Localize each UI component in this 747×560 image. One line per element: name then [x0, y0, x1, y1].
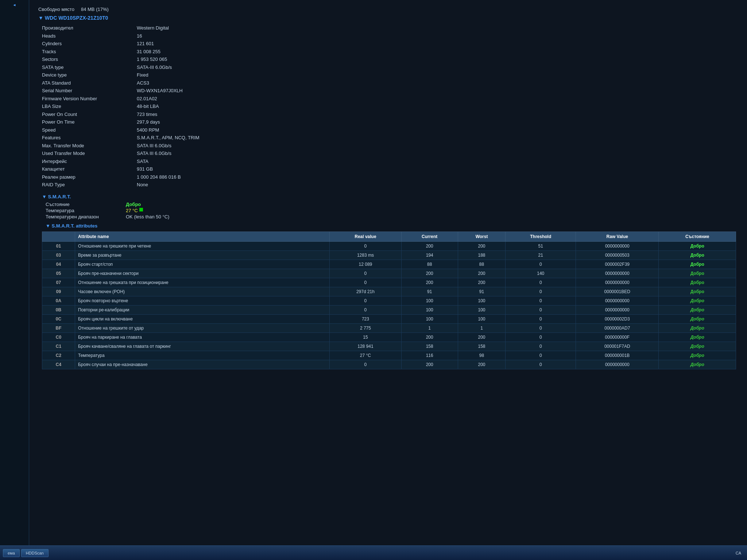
table-row: 04Брояч старт/стоп12 089888800000002F39Д…: [42, 260, 736, 269]
left-sidebar: ◄: [0, 0, 29, 560]
info-value-manufacturer: Western Digital: [137, 24, 169, 32]
td-real-value: 0: [330, 278, 401, 287]
smart-attrs-table: Attribute name Real value Current Worst …: [42, 232, 736, 369]
td-current: 88: [401, 260, 458, 269]
td-attr-name: Брояч на паркиране на главата: [75, 332, 329, 342]
table-row: 07Отношение на грешката при позициониран…: [42, 278, 736, 287]
td-id: C0: [42, 332, 75, 342]
info-label-real-size: Реален размер: [42, 174, 137, 181]
th-threshold: Threshold: [506, 232, 576, 241]
td-threshold: 0: [506, 278, 576, 287]
td-threshold: 21: [506, 250, 576, 260]
smart-range-value: OK (less than 50 °C): [126, 214, 169, 219]
td-raw-value: 0000000000: [576, 360, 659, 369]
td-raw-value: 0000000000: [576, 305, 659, 314]
td-worst: 188: [458, 250, 506, 260]
info-row-features: Features S.M.A.R.T., APM, NCQ, TRIM: [42, 134, 740, 141]
td-id: C1: [42, 342, 75, 351]
td-current: 100: [401, 305, 458, 314]
drive-name: WDC WD10SPZX-21Z10T0: [45, 15, 108, 21]
td-status: Добро: [659, 314, 736, 323]
main-screen: ◄ Свободно място 84 MB (17%) ▼ WDC WD10S…: [0, 0, 747, 560]
sidebar-icon: ◄: [0, 0, 29, 10]
info-value-tracks: 31 008 255: [137, 48, 160, 55]
td-raw-value: 0000000503: [576, 250, 659, 260]
td-raw-value: 0000000000: [576, 241, 659, 250]
info-row-device-type: Device type Fixed: [42, 71, 740, 79]
collapse-icon[interactable]: ▼: [38, 15, 43, 21]
td-worst: 158: [458, 342, 506, 351]
td-real-value: 0: [330, 269, 401, 278]
smart-status-section: Състояние Добро Температура 27 °C Темпер…: [46, 202, 740, 219]
td-threshold: 51: [506, 241, 576, 250]
smart-title: S.M.A.R.T.: [48, 194, 71, 199]
smart-status-label: Състояние: [46, 202, 126, 207]
td-attr-name: Време за развъртане: [75, 250, 329, 260]
taskbar-time: CA: [733, 549, 744, 557]
td-current: 100: [401, 296, 458, 305]
taskbar-btn-app[interactable]: HDDScan: [21, 549, 49, 557]
td-real-value: 0: [330, 305, 401, 314]
info-value-sectors: 1 953 520 065: [137, 56, 167, 63]
free-space-value: 84 MB (17%): [81, 7, 109, 12]
info-row-serial: Serial Number WD-WXN1A97J0XLH: [42, 87, 740, 94]
info-value-sata-type: SATA-III 6.0Gb/s: [137, 64, 172, 71]
td-threshold: 0: [506, 360, 576, 369]
table-row: 01Отношение на грешките при четене020020…: [42, 241, 736, 250]
td-status: Добро: [659, 287, 736, 296]
td-real-value: 297d 21h: [330, 287, 401, 296]
attrs-collapse-icon[interactable]: ▼: [46, 223, 50, 229]
smart-collapse-icon[interactable]: ▼: [42, 194, 47, 199]
info-value-raid: None: [137, 181, 148, 188]
taskbar-btn-ema[interactable]: ема: [3, 549, 20, 557]
info-value-real-size: 1 000 204 886 016 B: [137, 174, 181, 181]
td-threshold: 0: [506, 332, 576, 342]
smart-status-value: Добро: [126, 202, 141, 207]
info-value-device-type: Fixed: [137, 71, 148, 79]
info-row-ata-standard: ATA Standard ACS3: [42, 79, 740, 87]
td-threshold: 0: [506, 323, 576, 332]
td-status: Добро: [659, 296, 736, 305]
td-worst: 200: [458, 360, 506, 369]
info-label-sata-type: SATA type: [42, 64, 137, 71]
td-worst: 200: [458, 241, 506, 250]
info-label-used-transfer: Used Transfer Mode: [42, 150, 137, 157]
info-label-sectors: Sectors: [42, 56, 137, 63]
td-raw-value: 000000000F: [576, 332, 659, 342]
info-row-used-transfer: Used Transfer Mode SATA III 6.0Gb/s: [42, 150, 740, 157]
td-worst: 200: [458, 278, 506, 287]
th-attr-name: Attribute name: [75, 232, 329, 241]
info-row-power-on-count: Power On Count 723 times: [42, 111, 740, 118]
td-attr-name: Брояч цикли на включване: [75, 314, 329, 323]
smart-status-row: Състояние Добро: [46, 202, 740, 207]
td-attr-name: Брояч пре-назначени сектори: [75, 269, 329, 278]
table-row: 09Часове включен (POH)297d 21h9191000000…: [42, 287, 736, 296]
free-space-label: Свободно място: [38, 7, 74, 12]
td-worst: 88: [458, 260, 506, 269]
smart-temp-value: 27 °C: [126, 208, 138, 213]
td-threshold: 0: [506, 314, 576, 323]
td-current: 158: [401, 342, 458, 351]
td-status: Добро: [659, 250, 736, 260]
info-value-firmware: 02.01A02: [137, 95, 157, 102]
td-attr-name: Отношение на грешката при позициониране: [75, 278, 329, 287]
td-status: Добро: [659, 260, 736, 269]
info-label-ata-standard: ATA Standard: [42, 79, 137, 87]
td-real-value: 15: [330, 332, 401, 342]
td-status: Добро: [659, 323, 736, 332]
td-worst: 91: [458, 287, 506, 296]
info-row-sectors: Sectors 1 953 520 065: [42, 56, 740, 63]
td-attr-name: Отношение на грешките при четене: [75, 241, 329, 250]
info-label-speed: Speed: [42, 127, 137, 134]
td-status: Добро: [659, 351, 736, 360]
smart-header: ▼ S.M.A.R.T.: [42, 194, 740, 199]
td-current: 194: [401, 250, 458, 260]
td-threshold: 140: [506, 269, 576, 278]
table-row: BFОтношение на грешките от удар2 7751100…: [42, 323, 736, 332]
info-row-raid: RAID Type None: [42, 181, 740, 188]
td-real-value: 1283 ms: [330, 250, 401, 260]
info-value-cylinders: 121 601: [137, 40, 154, 47]
th-status: Състояние: [659, 232, 736, 241]
table-row: C0Брояч на паркиране на главата152002000…: [42, 332, 736, 342]
td-current: 200: [401, 269, 458, 278]
